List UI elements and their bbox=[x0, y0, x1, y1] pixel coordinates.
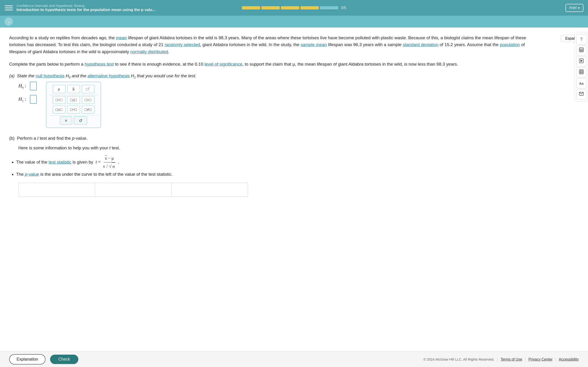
part-b: (b) Perform a t test and find the p-valu… bbox=[9, 135, 537, 197]
help-button[interactable]: ? bbox=[576, 34, 586, 44]
alt-hyp-link[interactable]: alternative hypothesis bbox=[87, 73, 130, 78]
collapse-bar: ⌄ Español bbox=[0, 16, 588, 27]
course-subtitle: Confidence Intervals and Hypothesis Test… bbox=[17, 4, 156, 8]
mail-button[interactable] bbox=[576, 89, 586, 99]
data-table bbox=[18, 183, 248, 197]
user-label: Ariel bbox=[569, 6, 577, 10]
problem-paragraph-1: According to a study on reptiles from de… bbox=[9, 34, 537, 55]
test-statistic-link[interactable]: test statistic bbox=[49, 160, 71, 165]
check-button[interactable]: Check bbox=[50, 355, 78, 364]
table-icon bbox=[579, 69, 584, 76]
palette-row-3: □≥□ □=□ □≠□ bbox=[49, 106, 98, 114]
table-cell-3[interactable] bbox=[172, 183, 248, 196]
null-hyp-link[interactable]: null hypothesis bbox=[36, 73, 65, 78]
h1-row: H1 : bbox=[18, 95, 37, 104]
palette-ge-btn[interactable]: □≥□ bbox=[53, 106, 65, 114]
palette-clear-btn[interactable]: × bbox=[60, 117, 72, 125]
hypothesis-lines: H0 : H1 : bbox=[18, 82, 37, 104]
h0-label: H0 : bbox=[18, 83, 26, 90]
progress-seg-5 bbox=[320, 6, 338, 9]
palette-divider-2 bbox=[49, 115, 98, 116]
mail-icon bbox=[579, 91, 584, 98]
svg-rect-7 bbox=[579, 70, 583, 74]
progress-seg-1 bbox=[242, 6, 260, 9]
palette-lt-btn[interactable]: □<□ bbox=[53, 96, 65, 104]
footer-sep-3: | bbox=[555, 357, 556, 361]
svg-marker-6 bbox=[581, 60, 582, 62]
lesson-title: Introduction to hypothesis tests for the… bbox=[17, 8, 156, 12]
collapse-button[interactable]: ⌄ bbox=[5, 17, 13, 26]
right-sidebar: ? bbox=[575, 32, 588, 101]
symbol-palette: μ x̄ □□ □<□ □≤□ □>□ □≥□ □=□ □≠□ × bbox=[46, 82, 101, 128]
randomly-selected-link[interactable]: randomly selected bbox=[165, 42, 200, 47]
explanation-button[interactable]: Explanation bbox=[9, 354, 45, 365]
h0-input[interactable] bbox=[30, 82, 37, 90]
privacy-link[interactable]: Privacy Center bbox=[528, 357, 553, 361]
footer-links: © 2024 McGraw Hill LLC. All Rights Reser… bbox=[423, 357, 579, 361]
footer-sep-1: | bbox=[497, 357, 498, 361]
sample-mean-link[interactable]: sample mean bbox=[301, 42, 327, 47]
hypothesis-area: H0 : H1 : μ x̄ □□ □<□ □≤□ bbox=[18, 82, 537, 128]
progress-bar bbox=[242, 6, 338, 9]
table-cell-2[interactable] bbox=[95, 183, 172, 196]
chevron-down-icon: ▾ bbox=[578, 6, 580, 10]
table-cell-1[interactable] bbox=[19, 183, 95, 196]
mean-link[interactable]: mean bbox=[116, 35, 127, 40]
palette-reset-btn[interactable]: ↺ bbox=[74, 117, 87, 125]
palette-row-1: μ x̄ □□ bbox=[49, 85, 98, 93]
play-icon bbox=[579, 58, 584, 65]
level-of-significance-link[interactable]: level of significance bbox=[204, 62, 242, 67]
header-title-block: Confidence Intervals and Hypothesis Test… bbox=[17, 4, 156, 12]
font-button[interactable]: Aa bbox=[576, 78, 586, 88]
std-dev-link[interactable]: standard deviation bbox=[403, 42, 438, 47]
main-content: According to a study on reptiles from de… bbox=[0, 27, 551, 210]
help-icon: ? bbox=[580, 37, 582, 42]
palette-xbar-btn[interactable]: x̄ bbox=[67, 85, 80, 93]
palette-sq-btn[interactable]: □□ bbox=[82, 85, 95, 93]
footer-sep-2: | bbox=[525, 357, 526, 361]
progress-seg-4 bbox=[300, 6, 319, 9]
part-b-intro: (b) Perform a t test and find the p-valu… bbox=[9, 135, 537, 142]
progress-area: 0/5 bbox=[242, 6, 346, 10]
progress-count: 0/5 bbox=[341, 6, 346, 10]
h1-label: H1 : bbox=[18, 96, 26, 103]
bullet-list: The value of the test statistic is given… bbox=[16, 154, 537, 178]
terms-link[interactable]: Terms of Use bbox=[501, 357, 522, 361]
palette-divider-1 bbox=[49, 95, 98, 95]
palette-mu-btn[interactable]: μ bbox=[53, 85, 65, 93]
user-menu-button[interactable]: Ariel ▾ bbox=[565, 4, 583, 12]
header: Confidence Intervals and Hypothesis Test… bbox=[0, 0, 588, 16]
formula-t: t = x − μ s / √n . bbox=[95, 154, 119, 170]
h0-row: H0 : bbox=[18, 82, 37, 90]
font-icon: Aa bbox=[579, 81, 583, 85]
palette-eq-btn[interactable]: □=□ bbox=[67, 106, 80, 114]
bottom-bar: Explanation Check © 2024 McGraw Hill LLC… bbox=[0, 351, 588, 367]
palette-bottom-row: × ↺ bbox=[49, 117, 98, 125]
bullet-2: The p-value is the area under the curve … bbox=[16, 170, 537, 178]
pvalue-link[interactable]: p-value bbox=[25, 172, 39, 177]
palette-le-btn[interactable]: □≤□ bbox=[67, 96, 80, 104]
part-a-label: (a) State the null hypothesis H0 and the… bbox=[9, 73, 537, 79]
footer-copyright: © 2024 McGraw Hill LLC. All Rights Reser… bbox=[423, 357, 494, 361]
accessibility-link[interactable]: Accessibility bbox=[559, 357, 579, 361]
svg-rect-0 bbox=[579, 48, 583, 52]
bullet-1: The value of the test statistic is given… bbox=[16, 154, 537, 170]
progress-seg-3 bbox=[281, 6, 299, 9]
table-button[interactable] bbox=[576, 67, 586, 77]
part-a: (a) State the null hypothesis H0 and the… bbox=[9, 73, 537, 128]
calculator-button[interactable] bbox=[576, 45, 586, 55]
menu-icon[interactable] bbox=[5, 4, 13, 12]
palette-gt-btn[interactable]: □>□ bbox=[82, 96, 95, 104]
problem-paragraph-2: Complete the parts below to perform a hy… bbox=[9, 61, 537, 68]
normally-distributed-link[interactable]: normally distributed bbox=[130, 49, 168, 54]
hypothesis-test-link[interactable]: hypothesis test bbox=[85, 62, 114, 67]
h1-input[interactable] bbox=[30, 95, 37, 104]
palette-row-2: □<□ □≤□ □>□ bbox=[49, 96, 98, 104]
palette-ne-btn[interactable]: □≠□ bbox=[82, 106, 95, 114]
part-b-helper: Here is some information to help you wit… bbox=[18, 144, 537, 151]
video-button[interactable] bbox=[576, 56, 586, 66]
calculator-icon bbox=[579, 47, 584, 54]
population-link[interactable]: population bbox=[500, 42, 520, 47]
progress-seg-2 bbox=[261, 6, 280, 9]
